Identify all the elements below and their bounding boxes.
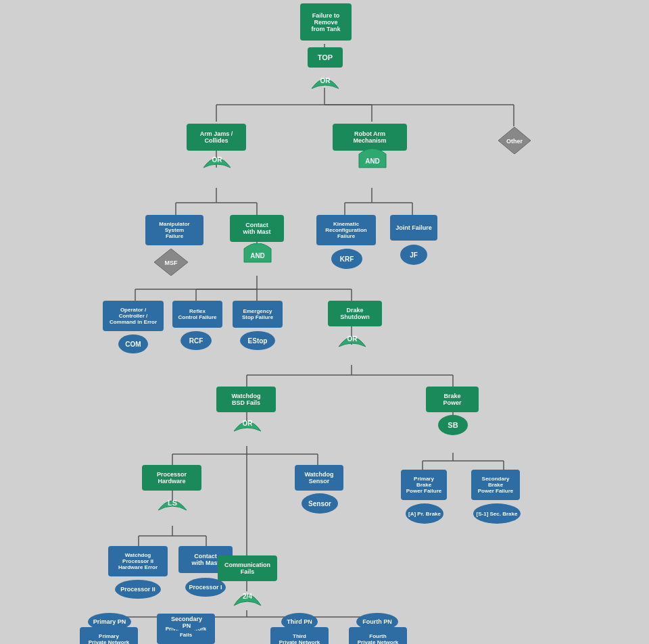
comm-fails-box: Communication Fails	[218, 555, 277, 581]
diagram-container: Failure to Remove from Tank TOP OR Arm J…	[0, 0, 649, 644]
manipulator-box: Manipulator System Failure	[145, 215, 203, 245]
com-ellipse: COM	[118, 335, 148, 353]
and-gate-robot-arm: AND	[356, 149, 389, 172]
svg-text:OR: OR	[243, 420, 254, 427]
twofour-gate: 2/4	[231, 583, 264, 610]
brake-power-box: Brake Power	[426, 387, 479, 412]
primary-brake-box: Primary Brake Power Failure	[401, 470, 447, 500]
contact-mast1-box: Contact with Mast	[230, 215, 284, 242]
watchdog-bsd-box: Watchdog BSD Fails	[216, 387, 276, 412]
arm-jams-box: Arm Jams / Collides	[187, 124, 246, 151]
svg-text:OR: OR	[320, 77, 331, 84]
or-gate-watchdog: OR	[231, 412, 264, 435]
top-label: TOP	[308, 47, 343, 68]
svg-text:MSF: MSF	[165, 259, 178, 266]
secondary-brake-box: Secondary Brake Power Failure	[471, 470, 520, 500]
estop-ellipse: EStop	[240, 331, 275, 350]
msf-diamond: MSF	[154, 249, 188, 278]
emergency-box: Emergency Stop Failure	[233, 301, 283, 328]
sec-brake-ellipse: [S-1] Sec. Brake	[473, 503, 521, 524]
and-gate-contact-mast: AND	[241, 243, 274, 266]
watchdog-proc-box: Watchdog Processor II Hardware Error	[108, 546, 168, 576]
svg-text:Other: Other	[506, 138, 523, 145]
top-event-box: Failure to Remove from Tank	[300, 3, 352, 41]
or-gate-arm-jams: OR	[201, 149, 233, 172]
brake-shutdown-box: Drake Shutdown	[328, 301, 382, 326]
svg-text:OR: OR	[212, 156, 223, 164]
operator-box: Operator / Controller / Command in Error	[103, 301, 164, 331]
svg-text:2/4: 2/4	[243, 593, 252, 600]
kinematic-box: Kinematic Reconfiguration Failure	[316, 215, 376, 245]
primary-pn-ellipse: Primary PN	[88, 613, 131, 630]
sensor-ellipse: Sensor	[302, 493, 338, 514]
other-diamond: Other	[498, 127, 531, 157]
pr-brake-ellipse: [A] Pr. Brake	[406, 503, 443, 524]
watchdog-sensor-box: Watchdog Sensor	[295, 465, 343, 491]
sb-ellipse: SB	[438, 415, 468, 435]
secondary-pn-ellipse: Secondary PN	[168, 614, 206, 631]
svg-text:LS: LS	[168, 499, 177, 507]
svg-text:AND: AND	[365, 157, 380, 165]
proc2-ellipse: Processor II	[115, 580, 161, 599]
svg-text:OR: OR	[347, 335, 358, 343]
third-pn-ellipse: Third PN	[281, 613, 318, 630]
jf-ellipse: JF	[400, 245, 427, 265]
or-gate-top: OR	[309, 70, 341, 93]
krf-ellipse: KRF	[331, 249, 362, 269]
joint-failure-box: Joint Failure	[390, 215, 437, 241]
reflex-box: Reflex Control Failure	[172, 301, 222, 328]
or-gate-brake-shutdown: OR	[336, 328, 368, 351]
rcf-ellipse: RCF	[181, 331, 212, 350]
processor-hw-box: Processor Hardware	[142, 465, 201, 491]
ls-gate: LS	[155, 491, 189, 514]
connectors-svg	[0, 0, 649, 644]
svg-text:AND: AND	[250, 252, 265, 259]
robot-arm-box: Robot Arm Mechanism	[333, 124, 407, 151]
fourth-pn-ellipse: Fourth PN	[356, 613, 398, 630]
